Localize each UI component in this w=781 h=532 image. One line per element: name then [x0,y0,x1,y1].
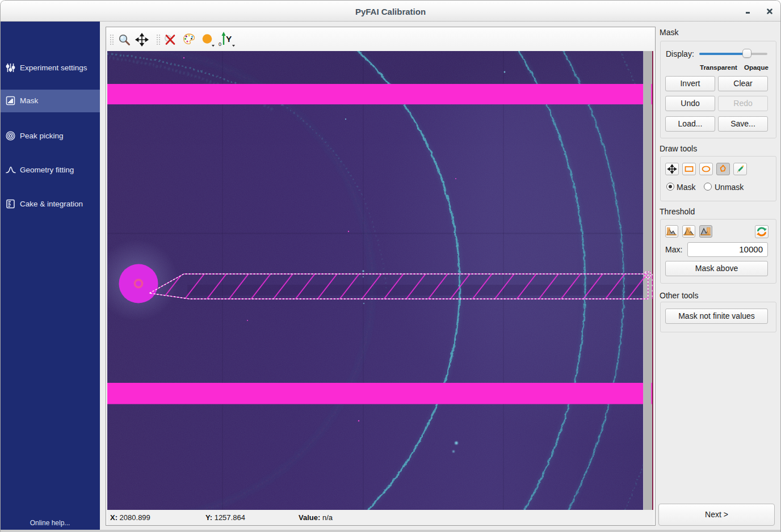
svg-text:0: 0 [219,41,221,47]
svg-text:Y: Y [226,34,232,44]
